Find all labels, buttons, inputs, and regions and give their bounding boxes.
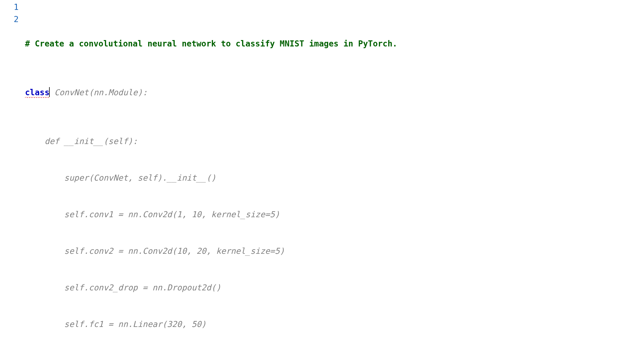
keyword-class: class [25, 88, 49, 98]
ghost-line: self.conv2_drop = nn.Dropout2d() [25, 282, 644, 294]
ghost-text: self.conv2 = nn.Conv2d(10, 20, kernel_si… [25, 246, 285, 256]
ghost-text: self.conv2_drop = nn.Dropout2d() [25, 283, 221, 292]
comment-text: # Create a convolutional neural network … [25, 39, 397, 48]
ghost-line: self.conv2 = nn.Conv2d(10, 20, kernel_si… [25, 245, 644, 257]
ghost-line: self.conv1 = nn.Conv2d(1, 10, kernel_siz… [25, 208, 644, 221]
line-number-gutter: 1 2 [0, 1, 25, 338]
line-number: 2 [0, 13, 19, 26]
ghost-text: super(ConvNet, self).__init__() [25, 173, 216, 183]
ghost-text: self.fc1 = nn.Linear(320, 50) [25, 319, 206, 329]
code-area[interactable]: # Create a convolutional neural network … [25, 1, 644, 338]
ghost-text-inline: ConvNet(nn.Module): [49, 88, 147, 97]
line-number: 1 [0, 1, 19, 13]
ghost-line: def __init__(self): [25, 135, 644, 148]
ghost-line: super(ConvNet, self).__init__() [25, 172, 644, 184]
code-editor[interactable]: 1 2 # Create a convolutional neural netw… [0, 0, 644, 338]
ghost-text: def __init__(self): [25, 136, 138, 146]
code-line-active[interactable]: class ConvNet(nn.Module): [25, 87, 644, 99]
ghost-text: self.conv1 = nn.Conv2d(1, 10, kernel_siz… [25, 210, 280, 219]
ghost-line: self.fc1 = nn.Linear(320, 50) [25, 318, 644, 330]
code-line[interactable]: # Create a convolutional neural network … [25, 38, 644, 50]
